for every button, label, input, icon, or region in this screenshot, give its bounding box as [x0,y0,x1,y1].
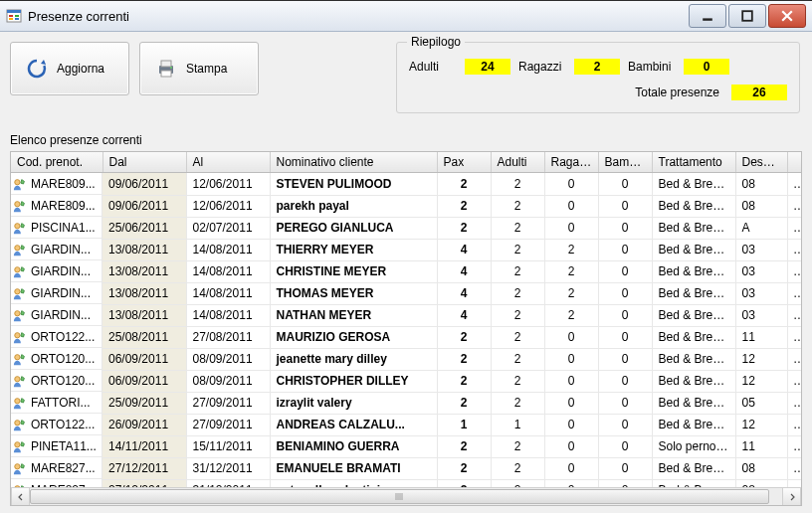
cell-cod: MARE827... [11,457,102,479]
col-name[interactable]: Nominativo cliente [270,152,437,173]
svg-point-20 [15,354,20,359]
table-row[interactable]: GIARDIN...13/08/201114/08/2011CHRISTINE … [11,260,801,282]
ragazzi-value: 2 [574,59,620,75]
cell-more[interactable]: ... [787,217,801,239]
cell-descr: A [735,217,787,239]
cell-al: 27/09/2011 [186,414,270,435]
table-row[interactable]: FATTORI...25/09/201127/09/2011izraylit v… [11,392,801,414]
col-bambini[interactable]: Bambini [598,152,652,173]
cell-more[interactable]: ... [787,173,801,196]
cell-pax: 2 [437,326,491,348]
print-button[interactable]: Stampa [139,42,259,95]
cell-more[interactable]: ... [787,392,801,414]
app-icon [6,8,22,24]
refresh-button[interactable]: Aggiorna [10,42,129,95]
cell-ragazzi: 2 [544,304,598,326]
cell-ragazzi: 2 [544,282,598,304]
cell-tratt: Bed & Brea... [652,304,735,326]
col-ragazzi[interactable]: Ragazzi [544,152,598,173]
table-row[interactable]: PISCINA1...25/06/201102/07/2011PEREGO GI… [11,217,801,239]
cell-bambini: 0 [598,435,652,457]
cell-ragazzi: 0 [544,195,598,217]
cell-more[interactable]: ... [787,435,801,457]
refresh-label: Aggiorna [57,62,104,76]
cell-more[interactable]: ... [787,326,801,348]
cell-more[interactable]: ... [787,370,801,392]
data-grid[interactable]: Cod. prenot. Dal Al Nominativo cliente P… [11,152,801,487]
cell-cod: ORTO122... [11,326,102,348]
table-row[interactable]: PINETA11...14/11/201115/11/2011BENIAMINO… [11,435,801,457]
scroll-thumb[interactable] [30,489,769,504]
table-row[interactable]: ORTO120...06/09/201108/09/2011jeanette m… [11,348,801,370]
scroll-right-arrow[interactable] [782,487,801,506]
cell-more[interactable]: ... [787,414,801,435]
table-row[interactable]: ORTO122...26/09/201127/09/2011ANDREAS CA… [11,414,801,435]
cell-more[interactable]: ... [787,260,801,282]
cell-more[interactable]: ... [787,348,801,370]
col-more[interactable] [787,152,801,173]
table-row[interactable]: ORTO122...25/08/201127/08/2011MAURIZIO G… [11,326,801,348]
cell-tratt: Bed & Brea... [652,326,735,348]
cell-cod: ORTO120... [11,370,102,392]
col-descr[interactable]: Descrizio... [735,152,787,173]
cell-tratt: Bed & Brea... [652,282,735,304]
col-adulti[interactable]: Adulti [491,152,544,173]
cell-descr: 03 [735,260,787,282]
cell-bambini: 0 [598,392,652,414]
cell-tratt: Bed & Brea... [652,173,735,196]
cell-name: CHRISTOPHER DILLEY [270,370,437,392]
cell-pax: 2 [437,217,491,239]
cell-adulti: 2 [491,304,544,326]
booking-icon [13,199,27,213]
cell-dal: 13/08/2011 [102,282,186,304]
table-row[interactable]: MARE809...09/06/201112/06/2011parekh pay… [11,195,801,217]
cell-more[interactable]: ... [787,479,801,487]
cell-al: 08/09/2011 [186,348,270,370]
cell-descr: 12 [735,414,787,435]
col-al[interactable]: Al [186,152,270,173]
cell-ragazzi: 0 [544,370,598,392]
cell-more[interactable]: ... [787,195,801,217]
svg-point-11 [170,67,172,69]
col-pax[interactable]: Pax [437,152,491,173]
cell-name: PEREGO GIANLUCA [270,217,437,239]
scroll-left-arrow[interactable] [11,487,30,506]
booking-icon [13,352,27,366]
col-tratt[interactable]: Trattamento [652,152,735,173]
minimize-button[interactable] [689,4,726,28]
cell-name: CHRISTINE MEYER [270,260,437,282]
table-row[interactable]: GIARDIN...13/08/201114/08/2011THIERRY ME… [11,239,801,260]
booking-icon [13,418,27,431]
table-row[interactable]: GIARDIN...13/08/201114/08/2011THOMAS MEY… [11,282,801,304]
cell-ragazzi: 0 [544,435,598,457]
cell-more[interactable]: ... [787,282,801,304]
close-button[interactable] [768,4,806,28]
table-row[interactable]: MARE809...09/06/201112/06/2011STEVEN PUL… [11,173,801,196]
cell-more[interactable]: ... [787,457,801,479]
cell-descr: 03 [735,282,787,304]
table-row[interactable]: ORTO120...06/09/201108/09/2011CHRISTOPHE… [11,370,801,392]
table-row[interactable]: GIARDIN...13/08/201114/08/2011NATHAN MEY… [11,304,801,326]
table-row[interactable]: MARE827...27/12/201131/12/2011antonella … [11,479,801,487]
cell-pax: 4 [437,239,491,260]
col-cod[interactable]: Cod. prenot. [11,152,102,173]
cell-pax: 2 [437,435,491,457]
cod-text: ORTO120... [31,374,95,388]
cod-text: PISCINA1... [31,221,96,235]
cod-text: GIARDIN... [31,243,91,256]
cell-more[interactable]: ... [787,239,801,260]
col-dal[interactable]: Dal [102,152,186,173]
table-row[interactable]: MARE827...27/12/201131/12/2011EMANUELE B… [11,457,801,479]
cell-bambini: 0 [598,282,652,304]
booking-icon [13,330,27,344]
cell-tratt: Bed & Brea... [652,260,735,282]
maximize-button[interactable] [728,4,766,28]
cell-dal: 13/08/2011 [102,239,186,260]
cell-cod: MARE809... [11,173,102,195]
horizontal-scrollbar[interactable] [11,487,801,505]
scroll-track[interactable] [30,488,782,505]
adulti-value: 24 [465,59,510,75]
cell-adulti: 2 [491,348,544,370]
cell-more[interactable]: ... [787,304,801,326]
cell-descr: 12 [735,348,787,370]
